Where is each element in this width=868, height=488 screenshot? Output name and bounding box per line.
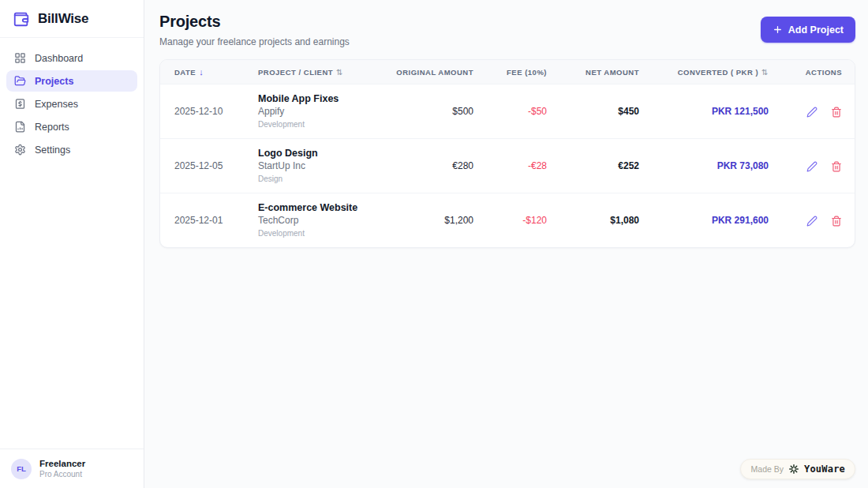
column-header-converted-pkr[interactable]: CONVERTED ( PKR )⇅ [639, 60, 769, 84]
client-name: TechCorp [258, 215, 392, 227]
made-by-badge[interactable]: Made By YouWare [740, 459, 855, 479]
edit-button[interactable] [806, 161, 817, 172]
sidebar-item-label: Reports [35, 122, 69, 133]
row-original-amount: €280 [392, 139, 473, 193]
main-content: Projects Manage your freelance projects … [144, 0, 868, 488]
row-original-amount: $1,200 [392, 193, 473, 248]
app-root: BillWise Dashboard Projects [0, 0, 868, 488]
project-category: Development [258, 228, 392, 239]
page-header: Projects Manage your freelance projects … [159, 13, 855, 47]
row-fee: -$50 [473, 84, 547, 139]
add-project-button[interactable]: Add Project [761, 17, 855, 43]
edit-button[interactable] [806, 107, 817, 118]
edit-button[interactable] [806, 216, 817, 227]
user-account-row: FL Freelancer Pro Account [0, 449, 144, 488]
row-project-client: Logo Design StartUp Inc Design [258, 139, 392, 193]
column-header-project-client[interactable]: PROJECT / CLIENT⇅ [258, 60, 392, 84]
trash-icon [831, 216, 842, 227]
row-fee: -€28 [473, 139, 547, 193]
sort-both-icon: ⇅ [761, 68, 769, 77]
column-header-date[interactable]: DATE↓ [160, 60, 258, 84]
sidebar-item-dashboard[interactable]: Dashboard [6, 47, 137, 69]
user-plan: Pro Account [39, 469, 85, 479]
grid-icon [14, 52, 26, 64]
column-header-net-amount: NET AMOUNT [547, 60, 639, 84]
table-row: 2025-12-05 Logo Design StartUp Inc Desig… [160, 139, 855, 193]
project-category: Development [258, 119, 392, 130]
projects-table: DATE↓ PROJECT / CLIENT⇅ ORIGINAL AMOUNT … [160, 60, 855, 247]
row-actions [769, 139, 855, 193]
client-name: Appify [258, 106, 392, 118]
wallet-logo-icon [13, 10, 30, 28]
sidebar: BillWise Dashboard Projects [0, 0, 144, 488]
row-actions [769, 193, 855, 248]
sidebar-item-settings[interactable]: Settings [6, 139, 137, 160]
column-header-actions: ACTIONS [769, 60, 855, 84]
pencil-icon [806, 216, 817, 227]
page-subtitle: Manage your freelance projects and earni… [159, 36, 350, 47]
delete-button[interactable] [831, 107, 842, 118]
file-chart-icon [14, 121, 26, 133]
row-converted-pkr: PKR 121,500 [639, 84, 769, 139]
plus-icon [773, 24, 783, 35]
sidebar-item-label: Settings [35, 145, 70, 156]
project-name: E-commerce Website [258, 201, 392, 214]
project-category: Design [258, 174, 392, 185]
folder-icon [14, 75, 26, 87]
trash-icon [831, 107, 842, 118]
project-name: Logo Design [258, 147, 392, 160]
projects-table-card: DATE↓ PROJECT / CLIENT⇅ ORIGINAL AMOUNT … [159, 59, 855, 248]
column-header-original-amount: ORIGINAL AMOUNT [392, 60, 473, 84]
table-header-row: DATE↓ PROJECT / CLIENT⇅ ORIGINAL AMOUNT … [160, 60, 855, 84]
youware-brand-label: YouWare [804, 464, 845, 475]
pencil-icon [806, 161, 817, 172]
made-by-label: Made By [751, 464, 784, 474]
client-name: StartUp Inc [258, 160, 392, 172]
avatar: FL [11, 459, 32, 479]
sidebar-item-label: Dashboard [35, 53, 83, 64]
table-row: 2025-12-01 E-commerce Website TechCorp D… [160, 193, 855, 248]
sidebar-item-projects[interactable]: Projects [6, 70, 137, 92]
row-date: 2025-12-01 [160, 193, 258, 248]
row-project-client: E-commerce Website TechCorp Development [258, 193, 392, 248]
row-net-amount: €252 [547, 139, 639, 193]
row-converted-pkr: PKR 73,080 [639, 139, 769, 193]
gear-icon [14, 144, 26, 156]
row-original-amount: $500 [392, 84, 473, 139]
row-converted-pkr: PKR 291,600 [639, 193, 769, 248]
user-name: Freelancer [39, 458, 85, 469]
sidebar-item-reports[interactable]: Reports [6, 116, 137, 137]
row-project-client: Mobile App Fixes Appify Development [258, 84, 392, 139]
row-net-amount: $450 [547, 84, 639, 139]
app-title: BillWise [38, 11, 88, 27]
row-net-amount: $1,080 [547, 193, 639, 248]
dollar-receipt-icon [14, 98, 26, 110]
column-header-fee: FEE (10%) [473, 60, 547, 84]
row-actions [769, 84, 855, 139]
trash-icon [831, 161, 842, 172]
sort-desc-icon: ↓ [199, 67, 204, 77]
add-project-label: Add Project [788, 24, 844, 36]
table-row: 2025-12-10 Mobile App Fixes Appify Devel… [160, 84, 855, 139]
sidebar-item-label: Projects [35, 76, 73, 87]
row-fee: -$120 [473, 193, 547, 248]
delete-button[interactable] [831, 216, 842, 227]
page-title: Projects [159, 13, 350, 31]
sort-both-icon: ⇅ [336, 68, 343, 77]
sidebar-nav: Dashboard Projects Exp [0, 38, 144, 449]
pencil-icon [806, 107, 817, 118]
project-name: Mobile App Fixes [258, 92, 392, 105]
sidebar-item-expenses[interactable]: Expenses [6, 93, 137, 114]
row-date: 2025-12-05 [160, 139, 258, 193]
youware-logo-icon [788, 464, 799, 475]
row-date: 2025-12-10 [160, 84, 258, 139]
delete-button[interactable] [831, 161, 842, 172]
logo-row: BillWise [0, 0, 144, 38]
sidebar-item-label: Expenses [35, 99, 78, 110]
